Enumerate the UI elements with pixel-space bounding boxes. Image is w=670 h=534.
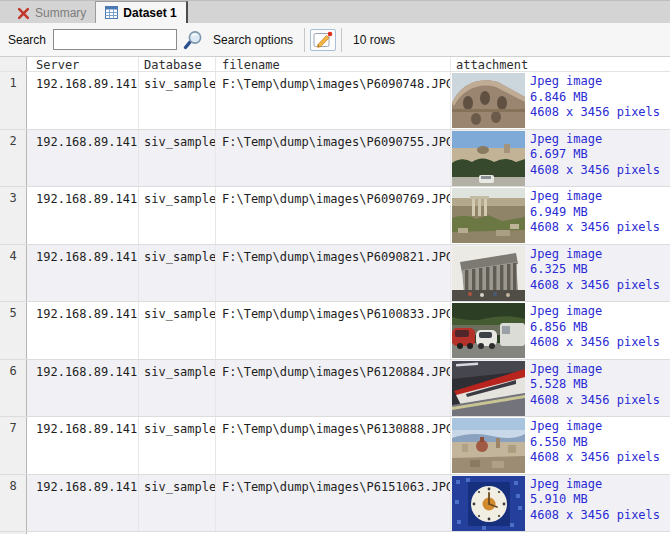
table-row[interactable]: 5 192.168.89.141 siv_sample F:\Temp\dump…: [0, 302, 670, 360]
magnifier-icon[interactable]: [183, 30, 203, 50]
attachment-type: Jpeg image: [530, 477, 660, 493]
cell-filename: F:\Temp\dump\images\P6120884.JPG: [216, 360, 451, 417]
attachment-type: Jpeg image: [530, 74, 660, 90]
table-grid-icon: [105, 6, 118, 19]
cell-server: 192.168.89.141: [27, 187, 139, 244]
attachment-type: Jpeg image: [530, 247, 660, 263]
attachment-thumbnail-mosaic-clock[interactable]: [452, 476, 525, 531]
cell-database: siv_sample: [139, 187, 216, 244]
toolbar-separator: [304, 28, 305, 52]
attachment-size: 6.550 MB: [530, 435, 660, 451]
table-row[interactable]: 1 192.168.89.141 siv_sample F:\Temp\dump…: [0, 72, 670, 130]
row-number[interactable]: 3: [0, 187, 27, 244]
cell-filename: F:\Temp\dump\images\P6090748.JPG: [216, 72, 451, 129]
attachment-size: 6.325 MB: [530, 262, 660, 278]
attachment-dimensions: 4608 x 3456 pixels: [530, 220, 660, 236]
attachment-type: Jpeg image: [530, 362, 660, 378]
attachment-dimensions: 4608 x 3456 pixels: [530, 450, 660, 466]
search-label: Search: [8, 33, 46, 47]
cell-database: siv_sample: [139, 360, 216, 417]
attachment-size: 6.846 MB: [530, 90, 660, 106]
attachment-thumbnail-forum-ruins[interactable]: [452, 188, 525, 243]
cell-attachment: Jpeg image 5.528 MB 4608 x 3456 pixels: [451, 360, 670, 417]
attachment-dimensions: 4608 x 3456 pixels: [530, 393, 660, 409]
cell-attachment: Jpeg image 6.550 MB 4608 x 3456 pixels: [451, 417, 670, 474]
attachment-dimensions: 4608 x 3456 pixels: [530, 163, 660, 179]
dataset-viewer-window: Summary Dataset 1 Search Search options: [0, 0, 670, 534]
header-server[interactable]: Server: [27, 57, 139, 71]
attachment-thumbnail-rome-skyline[interactable]: [452, 131, 525, 186]
search-options-button[interactable]: Search options: [207, 29, 299, 51]
attachment-size: 5.910 MB: [530, 492, 660, 508]
header-database[interactable]: Database: [139, 57, 216, 71]
row-number[interactable]: 8: [0, 475, 27, 532]
attachment-thumbnail-street-cars[interactable]: [452, 303, 525, 358]
close-icon: [17, 7, 30, 20]
edit-pencil-icon: [313, 31, 333, 49]
attachment-dimensions: 4608 x 3456 pixels: [530, 278, 660, 294]
row-number[interactable]: 1: [0, 72, 27, 129]
cell-database: siv_sample: [139, 475, 216, 532]
table-row[interactable]: 6 192.168.89.141 siv_sample F:\Temp\dump…: [0, 360, 670, 418]
toolbar-separator: [341, 28, 342, 52]
table-row[interactable]: 8 192.168.89.141 siv_sample F:\Temp\dump…: [0, 475, 670, 533]
cell-server: 192.168.89.141: [27, 302, 139, 359]
attachment-size: 6.856 MB: [530, 320, 660, 336]
attachment-thumbnail-city-panorama[interactable]: [452, 418, 525, 473]
attachment-thumbnail-red-train[interactable]: [452, 361, 525, 416]
search-input[interactable]: [53, 29, 177, 50]
cell-server: 192.168.89.141: [27, 417, 139, 474]
table-row[interactable]: 4 192.168.89.141 siv_sample F:\Temp\dump…: [0, 245, 670, 303]
header-attachment[interactable]: attachment: [451, 57, 670, 71]
cell-server: 192.168.89.141: [27, 72, 139, 129]
cell-server: 192.168.89.141: [27, 245, 139, 302]
attachment-size: 5.528 MB: [530, 377, 660, 393]
table-row[interactable]: 7 192.168.89.141 siv_sample F:\Temp\dump…: [0, 417, 670, 475]
row-number[interactable]: 6: [0, 360, 27, 417]
cell-database: siv_sample: [139, 130, 216, 187]
cell-attachment: Jpeg image 6.949 MB 4608 x 3456 pixels: [451, 187, 670, 244]
row-count-label: 10 rows: [353, 33, 395, 47]
row-number[interactable]: 4: [0, 245, 27, 302]
cell-database: siv_sample: [139, 245, 216, 302]
attachment-type: Jpeg image: [530, 189, 660, 205]
row-number[interactable]: 7: [0, 417, 27, 474]
cell-attachment: Jpeg image 6.856 MB 4608 x 3456 pixels: [451, 302, 670, 359]
cell-filename: F:\Temp\dump\images\P6090755.JPG: [216, 130, 451, 187]
cell-attachment: Jpeg image 6.846 MB 4608 x 3456 pixels: [451, 72, 670, 129]
tab-bar: Summary Dataset 1: [0, 1, 670, 23]
attachment-type: Jpeg image: [530, 419, 660, 435]
cell-database: siv_sample: [139, 417, 216, 474]
attachment-size: 6.697 MB: [530, 147, 660, 163]
attachment-size: 6.949 MB: [530, 205, 660, 221]
attachment-dimensions: 4608 x 3456 pixels: [530, 508, 660, 524]
row-number[interactable]: 5: [0, 302, 27, 359]
search-toolbar: Search Search options 10 rows: [0, 23, 670, 57]
cell-database: siv_sample: [139, 72, 216, 129]
cell-server: 192.168.89.141: [27, 475, 139, 532]
attachment-type: Jpeg image: [530, 304, 660, 320]
tab-dataset-1[interactable]: Dataset 1: [95, 1, 187, 23]
cell-filename: F:\Temp\dump\images\P6090769.JPG: [216, 187, 451, 244]
table-row[interactable]: 2 192.168.89.141 siv_sample F:\Temp\dump…: [0, 130, 670, 188]
tab-summary[interactable]: Summary: [8, 3, 95, 23]
dataset-grid: Server Database filename attachment 1 19…: [0, 57, 670, 534]
attachment-dimensions: 4608 x 3456 pixels: [530, 105, 660, 121]
cell-server: 192.168.89.141: [27, 130, 139, 187]
edit-pencil-button[interactable]: [310, 29, 336, 51]
row-number[interactable]: 2: [0, 130, 27, 187]
cell-database: siv_sample: [139, 302, 216, 359]
attachment-thumbnail-colosseum[interactable]: [452, 73, 525, 128]
cell-filename: F:\Temp\dump\images\P6090821.JPG: [216, 245, 451, 302]
cell-attachment: Jpeg image 6.325 MB 4608 x 3456 pixels: [451, 245, 670, 302]
header-filename[interactable]: filename: [216, 57, 451, 71]
cell-attachment: Jpeg image 6.697 MB 4608 x 3456 pixels: [451, 130, 670, 187]
cell-attachment: Jpeg image 5.910 MB 4608 x 3456 pixels: [451, 475, 670, 532]
cell-filename: F:\Temp\dump\images\P6151063.JPG: [216, 475, 451, 532]
cell-filename: F:\Temp\dump\images\P6130888.JPG: [216, 417, 451, 474]
table-row[interactable]: 3 192.168.89.141 siv_sample F:\Temp\dump…: [0, 187, 670, 245]
attachment-type: Jpeg image: [530, 132, 660, 148]
attachment-thumbnail-pantheon[interactable]: [452, 246, 525, 301]
header-row-number: [0, 57, 27, 71]
cell-filename: F:\Temp\dump\images\P6100833.JPG: [216, 302, 451, 359]
